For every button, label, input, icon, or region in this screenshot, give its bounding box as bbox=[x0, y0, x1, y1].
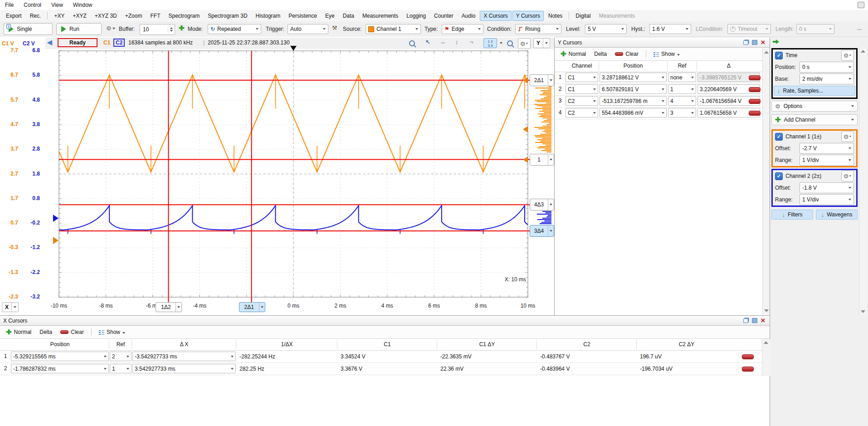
menu-view[interactable]: View bbox=[46, 0, 68, 10]
viewbar-histogram[interactable]: Histogram bbox=[252, 11, 284, 21]
y-cursor-tag-4[interactable]: 3Δ4 bbox=[530, 225, 554, 237]
y-add-normal-button[interactable]: ✚Normal bbox=[557, 50, 589, 58]
menu-control[interactable]: Control bbox=[19, 0, 46, 10]
y-cursor-ref-select[interactable]: 1 bbox=[668, 84, 696, 94]
y-cursor-channel-select[interactable]: C1 bbox=[566, 84, 598, 94]
viewbar--xyz-3d[interactable]: +XYZ 3D bbox=[91, 11, 121, 21]
x-show-menu[interactable]: Show bbox=[96, 328, 128, 336]
time-position-select[interactable]: 0 s bbox=[800, 62, 854, 73]
mode-select[interactable]: ↻ Repeated bbox=[208, 24, 261, 34]
viewbar-measurements[interactable]: Measurements bbox=[359, 11, 402, 21]
x-cursor-ref-select[interactable]: 2 bbox=[110, 352, 132, 361]
x-axis-button[interactable]: X bbox=[2, 302, 19, 312]
close-icon[interactable]: ✕ bbox=[760, 39, 766, 46]
viewbar-notes[interactable]: Notes bbox=[545, 11, 566, 21]
time-checkbox[interactable]: ✓ bbox=[775, 52, 783, 59]
single-button[interactable]: 1 Single bbox=[4, 23, 53, 35]
wavegens-button[interactable]: ↓ Wavegens bbox=[816, 210, 858, 220]
rate-samples-button[interactable]: ↓ Rate, Samples... bbox=[774, 86, 855, 96]
remove-cursor-button[interactable] bbox=[749, 75, 761, 80]
x-cursor-tag-1[interactable]: 1Δ2 bbox=[156, 302, 182, 312]
source-select[interactable]: Channel 1 bbox=[366, 24, 421, 34]
y-cursor-ref-select[interactable]: 3 bbox=[668, 108, 696, 118]
x-cursor-ref-select[interactable]: 1 bbox=[110, 364, 132, 373]
channel1-range-select[interactable]: 1 V/div bbox=[800, 155, 854, 166]
run-button[interactable]: Run bbox=[56, 23, 102, 35]
remove-cursor-button[interactable] bbox=[749, 87, 761, 92]
buffer-stepper[interactable] bbox=[168, 26, 175, 33]
x-add-normal-button[interactable]: ✚Normal bbox=[3, 328, 34, 336]
remove-cursor-button[interactable] bbox=[749, 111, 761, 116]
channel1-checkbox[interactable]: ✓ bbox=[775, 133, 783, 141]
viewbar-x-cursors[interactable]: X Cursors bbox=[480, 11, 511, 21]
sidebar-scrollbar[interactable] bbox=[859, 47, 867, 316]
y-cursor-ref-select[interactable]: none bbox=[668, 73, 696, 82]
channel1-gear-icon[interactable]: ⚙ bbox=[841, 131, 854, 142]
close-icon[interactable]: ✕ bbox=[760, 318, 766, 324]
type-select[interactable]: ⚑ Edge bbox=[442, 24, 483, 34]
y-cursor-channel-select[interactable]: C1 bbox=[566, 73, 598, 82]
time-base-select[interactable]: 2 ms/div bbox=[800, 73, 854, 84]
options-button[interactable]: ⚙ Options bbox=[771, 101, 858, 112]
menu-window[interactable]: Window bbox=[68, 0, 98, 10]
viewbar-fft[interactable]: FFT bbox=[146, 11, 164, 21]
viewbar--xyz[interactable]: +XYZ bbox=[69, 11, 90, 21]
viewbar-measurements[interactable]: Measurements bbox=[595, 11, 639, 21]
y-cursor-tag-1[interactable]: 2Δ1 bbox=[530, 74, 554, 86]
viewbar--xy[interactable]: +XY bbox=[50, 11, 68, 21]
viewbar-persistence[interactable]: Persistence bbox=[285, 11, 321, 21]
viewbar-eye[interactable]: Eye bbox=[322, 11, 338, 21]
x-panel-scrollbar[interactable] bbox=[762, 339, 770, 376]
window-corner-icon[interactable] bbox=[858, 2, 864, 8]
x-cursor-position-select[interactable]: -1.786287832 ms bbox=[11, 364, 109, 373]
viewbar--zoom[interactable]: +Zoom bbox=[122, 11, 146, 21]
y-cursor-position-select[interactable]: -513.167259786 m bbox=[600, 96, 667, 106]
menu-file[interactable]: File bbox=[0, 0, 19, 10]
channel1-offset-select[interactable]: -2.7 V bbox=[800, 143, 854, 154]
y-cursor-position-select[interactable]: 554.4483986 mV bbox=[600, 108, 667, 118]
condition-select[interactable]: Rising bbox=[515, 24, 561, 34]
x-clear-button[interactable]: Clear bbox=[57, 328, 87, 336]
y-show-menu[interactable]: Show bbox=[650, 50, 683, 58]
x-cursor-position-select[interactable]: -5.329215565 ms bbox=[11, 352, 109, 361]
channel2-range-select[interactable]: 1 V/div bbox=[800, 194, 854, 205]
time-gear-icon[interactable]: ⚙ bbox=[841, 50, 854, 61]
maximize-icon[interactable] bbox=[751, 39, 758, 46]
hammer-icon[interactable]: ⚒ bbox=[332, 24, 337, 31]
toolbar-more[interactable]: ... bbox=[857, 25, 862, 31]
buffer-spinbox[interactable]: 10 bbox=[140, 24, 175, 35]
y-cursor-channel-select[interactable]: C2 bbox=[566, 108, 598, 118]
viewbar-spectrogram[interactable]: Spectrogram bbox=[165, 11, 203, 21]
x-cursor-tag-2[interactable]: 2Δ1 bbox=[239, 302, 265, 312]
y-cursor-tag-2[interactable]: 1 bbox=[530, 154, 554, 166]
viewbar-logging[interactable]: Logging bbox=[403, 11, 429, 21]
viewbar-digital[interactable]: Digital bbox=[572, 11, 594, 21]
y-clear-button[interactable]: Clear bbox=[612, 50, 642, 58]
y-cursor-position-select[interactable]: 3.287188612 V bbox=[600, 73, 667, 82]
viewbar-data[interactable]: Data bbox=[339, 11, 358, 21]
remove-cursor-button[interactable] bbox=[749, 99, 761, 104]
channel2-offset-select[interactable]: -1.8 V bbox=[800, 182, 854, 193]
buffer-gear-icon[interactable]: ⚙ bbox=[106, 25, 115, 31]
x-cursor-dx-select[interactable]: 3.542927733 ms bbox=[132, 364, 236, 373]
viewbar-export[interactable]: Export bbox=[2, 11, 25, 21]
mode-plus-icon[interactable]: ✚ bbox=[179, 25, 185, 31]
y-cursor-position-select[interactable]: 6.507829181 V bbox=[600, 84, 667, 94]
y-cursor-channel-select[interactable]: C2 bbox=[566, 96, 598, 106]
viewbar-y-cursors[interactable]: Y Cursors bbox=[512, 11, 544, 21]
x-cursor-dx-select[interactable]: -3.542927733 ms bbox=[132, 352, 236, 361]
channel2-checkbox[interactable]: ✓ bbox=[775, 172, 783, 180]
viewbar-rec-[interactable]: Rec. bbox=[26, 11, 45, 21]
hysteresis-select[interactable]: 1.6 V bbox=[649, 24, 691, 34]
restore-icon[interactable] bbox=[742, 318, 749, 324]
add-channel-button[interactable]: ✚ Add Channel bbox=[771, 114, 858, 125]
restore-icon[interactable] bbox=[742, 39, 749, 46]
remove-cursor-button[interactable] bbox=[742, 367, 754, 372]
filters-button[interactable]: ↓ Filters bbox=[771, 210, 813, 220]
remove-cursor-button[interactable] bbox=[742, 354, 754, 359]
channel2-gear-icon[interactable]: ⚙ bbox=[841, 171, 854, 181]
viewbar-audio[interactable]: Audio bbox=[458, 11, 479, 21]
maximize-icon[interactable] bbox=[751, 318, 758, 324]
level-select[interactable]: 5 V bbox=[585, 24, 627, 34]
y-add-delta-button[interactable]: Delta bbox=[591, 50, 610, 58]
